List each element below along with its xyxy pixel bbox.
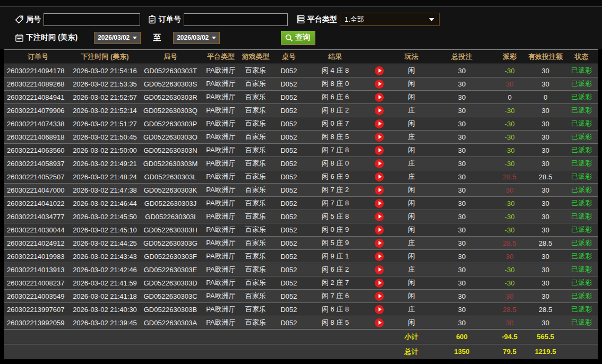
cell-result: 闲 6 庄 9 bbox=[305, 170, 365, 184]
cell-platform: PA欧洲厅 bbox=[203, 290, 239, 303]
order-input[interactable] bbox=[184, 13, 288, 26]
tag-icon bbox=[15, 15, 24, 24]
cell-table-no-text: D052 bbox=[280, 93, 297, 101]
cell-platform: PA欧洲厅 bbox=[203, 316, 239, 330]
cell-valid-bet: 30 bbox=[526, 197, 565, 210]
cell-play-icon bbox=[365, 276, 393, 290]
cell-bet-type-text: 闲 bbox=[408, 199, 415, 207]
cell-order: 260302214074338 bbox=[4, 117, 72, 131]
cell-table-no: D052 bbox=[272, 91, 305, 104]
cell-result: 闲 6 庄 6 bbox=[305, 91, 365, 104]
totals-row: 总计135079.51219.5 bbox=[4, 344, 598, 359]
play-result-icon[interactable] bbox=[375, 305, 384, 314]
to-label: 至 bbox=[153, 33, 161, 43]
play-result-icon[interactable] bbox=[375, 252, 384, 261]
cell-game: 百家乐 bbox=[239, 316, 272, 330]
play-result-icon[interactable] bbox=[375, 199, 384, 208]
cell-total-bet: 30 bbox=[430, 223, 494, 237]
cell-valid-bet-text: 30 bbox=[541, 133, 549, 141]
cell-play-icon bbox=[365, 316, 393, 330]
cell-round: GD0522630303D bbox=[138, 276, 203, 290]
cell-order-text: 260302214079906 bbox=[7, 107, 64, 115]
cell-round-text: GD0522630303B bbox=[144, 306, 197, 314]
cell-time-text: 2026-03-02 21:49:21 bbox=[73, 160, 137, 168]
cell-status: 已派彩 bbox=[565, 263, 598, 276]
play-result-icon[interactable] bbox=[375, 265, 384, 274]
play-result-icon[interactable] bbox=[375, 80, 384, 89]
play-result-icon[interactable] bbox=[375, 212, 384, 221]
play-result-icon[interactable] bbox=[375, 172, 384, 181]
cell-table-no-text: D052 bbox=[280, 253, 297, 261]
column-header: 桌号 bbox=[272, 50, 305, 64]
cell-play-icon bbox=[365, 263, 393, 276]
play-result-icon[interactable] bbox=[375, 106, 384, 115]
column-header: 订单号 bbox=[4, 50, 72, 64]
cell-status: 已派彩 bbox=[565, 250, 598, 263]
play-result-icon[interactable] bbox=[375, 119, 384, 128]
date-from-picker[interactable]: 2026/03/02 bbox=[94, 32, 141, 44]
cell-time-text: 2026-03-02 21:41:18 bbox=[73, 292, 137, 300]
date-to-picker[interactable]: 2026/03/02 bbox=[173, 32, 220, 44]
play-result-icon[interactable] bbox=[375, 159, 384, 168]
cell-total-bet-text: 30 bbox=[458, 213, 466, 221]
play-result-icon[interactable] bbox=[375, 186, 384, 195]
play-result-icon[interactable] bbox=[375, 318, 384, 327]
cell-status-text: 已派彩 bbox=[571, 292, 592, 300]
cell-result-text: 闲 0 庄 7 bbox=[322, 119, 349, 127]
platform-select[interactable]: 1.全部 bbox=[340, 13, 440, 26]
cell-total-bet: 30 bbox=[430, 117, 494, 131]
cell-status: 已派彩 bbox=[565, 157, 598, 170]
play-result-icon[interactable] bbox=[375, 146, 384, 155]
cell-round-text: GD0522630303Q bbox=[143, 107, 197, 115]
play-result-icon[interactable] bbox=[375, 93, 384, 102]
query-button[interactable]: 查询 bbox=[281, 31, 315, 45]
cell-bet-type: 闲 bbox=[393, 77, 430, 91]
cell-total-bet: 30 bbox=[430, 144, 494, 157]
cell-round-text: GD0522630303D bbox=[143, 279, 197, 287]
cell-time-text: 2026-03-02 21:46:44 bbox=[73, 200, 137, 207]
cell-game-text: 百家乐 bbox=[245, 106, 266, 114]
cell-status: 已派彩 bbox=[565, 276, 598, 290]
cell-time-text: 2026-03-02 21:44:25 bbox=[73, 239, 137, 247]
cell-payout: -30 bbox=[494, 263, 526, 276]
cell-table-no: D052 bbox=[272, 64, 305, 77]
cell-result-text: 闲 7 庄 2 bbox=[322, 186, 349, 194]
cell-result-text: 闲 7 庄 8 bbox=[322, 199, 349, 207]
cell-result-text: 闲 8 庄 0 bbox=[322, 159, 349, 167]
calendar-icon bbox=[15, 33, 24, 42]
totals-payout: 79.5 bbox=[494, 344, 526, 359]
cell-platform-text: PA欧洲厅 bbox=[206, 199, 235, 207]
play-result-icon[interactable] bbox=[375, 66, 384, 75]
play-result-icon[interactable] bbox=[375, 292, 384, 301]
cell-table-no: D052 bbox=[272, 117, 305, 131]
cell-bet-type-text: 庄 bbox=[408, 172, 415, 180]
round-input[interactable] bbox=[44, 13, 140, 26]
cell-order-text: 260302214034777 bbox=[7, 213, 64, 221]
cell-total-bet-text: 30 bbox=[458, 319, 466, 327]
cell-platform: PA欧洲厅 bbox=[203, 303, 239, 316]
play-result-icon[interactable] bbox=[375, 279, 384, 288]
cell-time: 2026-03-02 21:39:45 bbox=[72, 316, 138, 330]
cell-payout: -30 bbox=[494, 223, 526, 237]
cell-table-no-text: D052 bbox=[280, 266, 297, 274]
table-row: 2603022140635602026-03-02 21:50:00GD0522… bbox=[4, 144, 598, 157]
cell-payout: -30 bbox=[494, 210, 526, 223]
cell-round: GD0522630303O bbox=[138, 131, 203, 144]
cell-bet-type: 闲 bbox=[393, 223, 430, 237]
cell-order: 260302213997607 bbox=[4, 303, 72, 316]
play-result-icon[interactable] bbox=[375, 133, 384, 142]
cell-table-no: D052 bbox=[272, 316, 305, 330]
table-row: 2603022140892682026-03-02 21:53:35GD0522… bbox=[4, 77, 598, 91]
cell-game-text: 百家乐 bbox=[245, 305, 266, 313]
play-result-icon[interactable] bbox=[375, 226, 384, 235]
cell-payout-text: -30 bbox=[505, 266, 515, 274]
cell-payout: -30 bbox=[494, 276, 526, 290]
play-result-icon[interactable] bbox=[375, 239, 384, 248]
cell-valid-bet-text: 30 bbox=[541, 253, 549, 261]
cell-valid-bet-text: 28.5 bbox=[539, 239, 552, 247]
cell-platform: PA欧洲厅 bbox=[203, 77, 239, 91]
cell-total-bet-text: 30 bbox=[458, 120, 466, 128]
cell-round: GD0522630303R bbox=[138, 91, 203, 104]
table-row: 2603022140347772026-03-02 21:45:50GD0522… bbox=[4, 210, 598, 223]
bet-time-label: 下注时间 (美东) bbox=[26, 33, 78, 42]
